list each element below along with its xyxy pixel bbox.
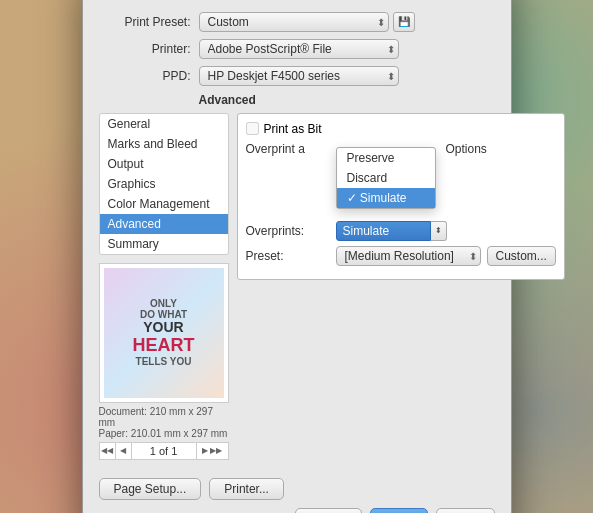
page-setup-button[interactable]: Page Setup... — [99, 478, 202, 500]
sidebar-list: General Marks and Bleed Output Graphics … — [99, 113, 229, 255]
doc-info-line1: Document: 210 mm x 297 mm — [99, 406, 229, 428]
ppd-row: PPD: HP Deskjet F4500 series ⬍ — [99, 66, 495, 86]
print-preset-select-wrapper: Custom ⬍ — [199, 12, 389, 32]
overprints-select-wrapper: Simulate ⬍ — [336, 221, 447, 241]
sidebar: General Marks and Bleed Output Graphics … — [99, 113, 229, 460]
overprints-value: Simulate — [343, 224, 390, 238]
doc-info: Document: 210 mm x 297 mm Paper: 210.01 … — [99, 406, 229, 439]
doc-info-line2: Paper: 210.01 mm x 297 mm — [99, 428, 229, 439]
dropdown-options-box: Preserve Discard ✓ Simulate — [336, 147, 436, 209]
overprint-row: Overprint a Preserve Discard ✓ Simulate … — [246, 142, 556, 156]
advanced-section-header: Advanced — [199, 93, 495, 107]
done-button[interactable]: Done — [436, 508, 495, 514]
footer-bottom: Cancel Save Done — [83, 500, 511, 514]
print-preset-row: Print Preset: Custom ⬍ 💾 — [99, 12, 495, 32]
preview-box: ONLY DO WHAT YOUR HEART TELLS YOU — [99, 263, 229, 403]
custom-button[interactable]: Custom... — [487, 246, 556, 266]
printer-select[interactable]: Adobe PostScript® File — [199, 39, 399, 59]
sidebar-item-graphics[interactable]: Graphics — [100, 174, 228, 194]
page-prev-button[interactable]: ◀ — [116, 443, 132, 459]
sidebar-item-general[interactable]: General — [100, 114, 228, 134]
content-area: Print as Bit Overprint a Preserve Discar… — [237, 113, 565, 460]
save-preset-button[interactable]: 💾 — [393, 12, 415, 32]
preset-row: Preset: [Medium Resolution] ⬍ Custom... — [246, 246, 556, 266]
preview-text: ONLY DO WHAT YOUR HEART TELLS YOU — [133, 298, 195, 366]
advanced-panel: Print as Bit Overprint a Preserve Discar… — [237, 113, 565, 280]
overprints-trigger[interactable]: Simulate — [336, 221, 431, 241]
printer-row: Printer: Adobe PostScript® File ⬍ — [99, 39, 495, 59]
sidebar-item-marks-bleed[interactable]: Marks and Bleed — [100, 134, 228, 154]
sidebar-item-summary[interactable]: Summary — [100, 234, 228, 254]
sidebar-item-output[interactable]: Output — [100, 154, 228, 174]
print-preset-select[interactable]: Custom — [199, 12, 389, 32]
preset-row-label: Preset: — [246, 249, 336, 263]
preview-content: ONLY DO WHAT YOUR HEART TELLS YOU — [104, 268, 224, 398]
page-next-button[interactable]: ▶ ▶▶ — [196, 443, 228, 459]
print-as-bitmap-row: Print as Bit — [246, 122, 556, 136]
print-preset-label: Print Preset: — [99, 15, 199, 29]
sidebar-item-advanced[interactable]: Advanced — [100, 214, 228, 234]
print-as-bitmap-checkbox[interactable] — [246, 122, 259, 135]
ppd-label: PPD: — [99, 69, 199, 83]
page-nav: ◀◀ ◀ 1 of 1 ▶ ▶▶ — [99, 442, 229, 460]
options-label: Options — [446, 142, 487, 156]
main-content: General Marks and Bleed Output Graphics … — [99, 113, 495, 460]
printer-select-wrapper: Adobe PostScript® File ⬍ — [199, 39, 399, 59]
preset-select-wrapper: [Medium Resolution] ⬍ Custom... — [336, 246, 556, 266]
preset-val-select[interactable]: [Medium Resolution] — [336, 246, 481, 266]
ppd-select[interactable]: HP Deskjet F4500 series — [199, 66, 399, 86]
save-button[interactable]: Save — [370, 508, 427, 514]
page-nav-text: 1 of 1 — [132, 445, 196, 457]
sidebar-item-color-management[interactable]: Color Management — [100, 194, 228, 214]
option-discard[interactable]: Discard — [337, 168, 435, 188]
ppd-select-wrapper: HP Deskjet F4500 series ⬍ — [199, 66, 399, 86]
print-as-bitmap-label: Print as Bit — [264, 122, 322, 136]
printer-label: Printer: — [99, 42, 199, 56]
overprints-btn[interactable]: ⬍ — [431, 221, 447, 241]
footer-top: Page Setup... Printer... — [83, 472, 511, 500]
printer-button[interactable]: Printer... — [209, 478, 284, 500]
cancel-button[interactable]: Cancel — [295, 508, 362, 514]
overprints-label: Overprints: — [246, 224, 336, 238]
preset-val-wrapper: [Medium Resolution] ⬍ — [336, 246, 481, 266]
option-preserve[interactable]: Preserve — [337, 148, 435, 168]
print-dialog: Print Print Preset: Custom ⬍ 💾 Printer: … — [82, 0, 512, 513]
overprints-row: Overprints: Simulate ⬍ — [246, 221, 556, 241]
page-first-button[interactable]: ◀◀ — [100, 443, 116, 459]
overprint-label: Overprint a — [246, 142, 336, 156]
preview-area: ONLY DO WHAT YOUR HEART TELLS YOU Docume… — [99, 263, 229, 460]
option-simulate[interactable]: ✓ Simulate — [337, 188, 435, 208]
dialog-body: Print Preset: Custom ⬍ 💾 Printer: Adobe … — [83, 0, 511, 472]
